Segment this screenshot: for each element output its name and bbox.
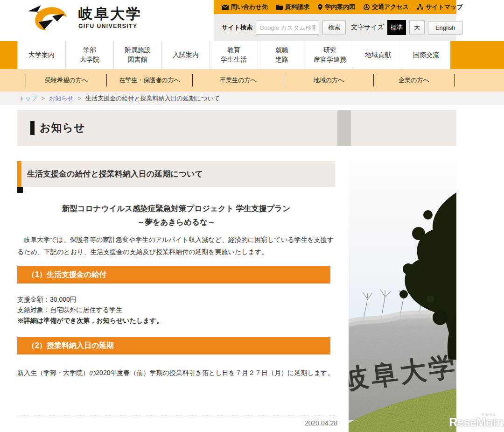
nav-label: 附属施設 — [125, 46, 151, 55]
search-panel: サイト検索 検索 文字サイズ 標準 大 English — [214, 14, 456, 41]
breadcrumb-separator: > — [42, 95, 45, 102]
audience-alumni[interactable]: 卒業生の方へ — [193, 69, 284, 92]
support-note: ※詳細は準備ができ次第，お知らせいたします。 — [17, 315, 335, 326]
nav-label: 研究 — [323, 46, 336, 55]
logo-en: GIFU UNIVERSITY — [78, 23, 142, 29]
search-button[interactable]: 検索 — [322, 20, 346, 35]
section2-heading-bar: （2）授業料納入日の延期 — [17, 337, 330, 354]
article: 生活支援金の給付と授業料納入日の延期について 新型コロナウイルス感染症緊急対策プ… — [17, 161, 335, 379]
watermark-text: ReseMom. — [449, 416, 500, 428]
breadcrumb-top[interactable]: トップ — [19, 94, 37, 103]
logo-mark-icon — [27, 4, 72, 32]
site-search-label: サイト検索 — [222, 23, 252, 32]
nav-label: 産官学連携 — [314, 55, 346, 64]
access-label: 交通アクセス — [372, 3, 409, 11]
sitemap-icon — [417, 4, 423, 10]
utility-bar: 問い合わせ先 資料請求 学内案内図 交通アクセス — [214, 0, 456, 14]
resemom-watermark: リセマム ReseMom. — [449, 413, 500, 428]
breadcrumb-current: 生活支援金の給付と授業料納入日の延期について — [85, 94, 220, 103]
nav-items: 大学案内 学部大学院 附属施設図書館 入試案内 教育学生生活 就職進路 研究産官… — [17, 41, 450, 69]
request-materials-label: 資料請求 — [285, 3, 309, 11]
article-headline: 新型コロナウイルス感染症緊急対策プロジェクト 学生支援プラン ～夢をあきらめるな… — [17, 202, 335, 229]
section2-body: 新入生（学部・大学院）の2020年度春（前）学期の授業料引き落とし日を７月２７日… — [17, 367, 335, 379]
article-title-band: 生活支援金の給付と授業料納入日の延期について — [17, 161, 335, 187]
support-amount: 支援金額：30,000円 — [17, 294, 335, 305]
nav-label: 進路 — [275, 55, 288, 64]
divider — [454, 74, 455, 86]
sitemap-label: サイトマップ — [426, 3, 463, 11]
mail-icon — [222, 5, 229, 10]
site-header: 岐阜大学 GIFU UNIVERSITY 問い合わせ先 資料請求 学 — [0, 0, 504, 41]
section1-details: 支援金額：30,000円 支給対象：自宅以外に居住する学生 ※詳細は準備ができ次… — [17, 294, 335, 326]
title-accent-bar — [30, 121, 35, 135]
nav-edge-right — [450, 41, 504, 69]
nav-label: 図書館 — [128, 55, 147, 64]
campus-map-link[interactable]: 学内案内図 — [314, 3, 359, 11]
page-title-band: お知らせ — [17, 110, 456, 146]
font-large-button[interactable]: 大 — [409, 20, 425, 35]
sitemap-link[interactable]: サイトマップ — [413, 3, 467, 11]
search-input[interactable] — [256, 21, 319, 35]
nav-label: 国際交流 — [413, 50, 439, 60]
font-standard-button[interactable]: 標準 — [387, 20, 406, 35]
nav-label: 就職 — [275, 46, 288, 55]
article-date: 2020.04.28 — [17, 415, 337, 427]
contact-link[interactable]: 問い合わせ先 — [217, 3, 272, 11]
english-button[interactable]: English — [428, 21, 463, 35]
support-target: 支給対象：自宅以外に居住する学生 — [17, 305, 335, 315]
headline-line2: ～夢をあきらめるな～ — [17, 215, 335, 229]
section1-heading-bar: （1）生活支援金の給付 — [17, 266, 330, 283]
breadcrumb-news[interactable]: お知らせ — [49, 94, 74, 103]
contact-label: 問い合わせ先 — [231, 3, 268, 11]
access-wheel-icon — [364, 4, 370, 10]
audience-nav: 受験希望の方へ 在学生・保護者の方へ 卒業生の方へ 地域の方へ 企業の方へ — [0, 69, 504, 92]
nav-label: 入試案内 — [173, 50, 199, 60]
nav-item-community[interactable]: 地域貢献 — [354, 41, 402, 69]
nav-item-faculties[interactable]: 学部大学院 — [66, 41, 114, 69]
request-materials-link[interactable]: 資料請求 — [272, 3, 314, 11]
section1-heading: （1）生活支援金の給付 — [28, 270, 106, 280]
campus-map-label: 学内案内図 — [325, 3, 355, 11]
section2-heading: （2）授業料納入日の延期 — [28, 341, 114, 351]
nav-label: 学部 — [83, 46, 96, 55]
nav-item-facilities[interactable]: 附属施設図書館 — [114, 41, 162, 69]
map-pin-icon — [318, 4, 322, 10]
main-nav: 大学案内 学部大学院 附属施設図書館 入試案内 教育学生生活 就職進路 研究産官… — [0, 41, 504, 69]
nav-label: 大学院 — [80, 55, 99, 64]
nav-item-about[interactable]: 大学案内 — [18, 41, 66, 69]
font-size-label: 文字サイズ — [351, 23, 384, 32]
nav-item-careers[interactable]: 就職進路 — [258, 41, 306, 69]
nav-item-campus-life[interactable]: 教育学生生活 — [210, 41, 258, 69]
nav-item-international[interactable]: 国際交流 — [402, 41, 450, 69]
nav-label: 大学案内 — [28, 50, 55, 60]
nav-label: 教育 — [227, 46, 240, 55]
audience-prospective[interactable]: 受験希望の方へ — [26, 69, 106, 92]
nav-label: 地域貢献 — [365, 50, 391, 60]
nav-label: 学生生活 — [221, 55, 247, 64]
band-shadow-strip — [337, 110, 351, 146]
audience-current-students[interactable]: 在学生・保護者の方へ — [107, 69, 192, 92]
nav-item-admissions[interactable]: 入試案内 — [162, 41, 210, 69]
audience-business[interactable]: 企業の方へ — [374, 69, 454, 92]
logo-jp: 岐阜大学 — [78, 6, 142, 22]
university-logo[interactable]: 岐阜大学 GIFU UNIVERSITY — [27, 4, 142, 32]
page: 岐阜大学 GIFU UNIVERSITY 問い合わせ先 資料請求 学 — [0, 0, 504, 432]
campus-photo-image: 岐阜大学 — [349, 159, 456, 432]
folder-icon — [276, 5, 283, 10]
article-intro: 岐阜大学では、保護者等の家計急変や学生のアルバイト収入減など、経済的に困窮してい… — [17, 234, 335, 258]
audience-community[interactable]: 地域の方へ — [284, 69, 373, 92]
nav-edge-left — [0, 41, 17, 69]
header-right: 問い合わせ先 資料請求 学内案内図 交通アクセス — [214, 0, 456, 41]
campus-photo: 岐阜大学 — [349, 159, 456, 432]
breadcrumb-separator: > — [78, 95, 81, 102]
breadcrumb: トップ > お知らせ > 生活支援金の給付と授業料納入日の延期について — [0, 92, 504, 105]
article-accent-square — [17, 187, 23, 193]
article-title: 生活支援金の給付と授業料納入日の延期について — [27, 169, 203, 179]
logo-text: 岐阜大学 GIFU UNIVERSITY — [78, 6, 142, 29]
article-accent-bar — [17, 161, 21, 187]
access-link[interactable]: 交通アクセス — [359, 3, 413, 11]
nav-item-research[interactable]: 研究産官学連携 — [306, 41, 354, 69]
page-title: お知らせ — [40, 120, 85, 135]
headline-line1: 新型コロナウイルス感染症緊急対策プロジェクト 学生支援プラン — [17, 202, 335, 215]
